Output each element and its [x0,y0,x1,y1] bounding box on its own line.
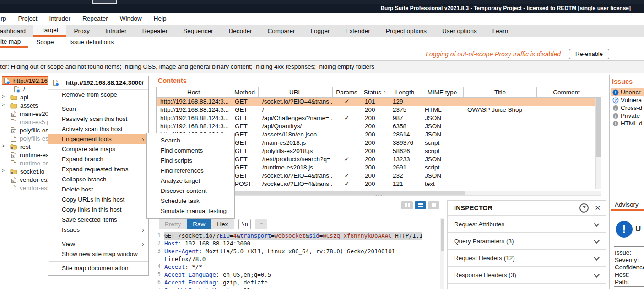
sitemap-filter-bar[interactable]: Filter: Hiding out of scope and not foun… [0,60,644,73]
context-menu-item-expand-branch[interactable]: Expand branch [48,154,148,164]
request-vertical-scrollbar-thumb[interactable] [441,219,444,251]
submenu-item-search[interactable]: Search [147,136,234,146]
expander-icon[interactable] [2,143,5,148]
editor-menu-button[interactable] [255,219,267,229]
column-header-status[interactable]: Status [361,87,389,97]
context-menu-item-view[interactable]: View [48,239,148,249]
context-menu-item-issues[interactable]: Issues [48,225,148,235]
expander-icon[interactable] [2,168,5,173]
taskbar-active-tab[interactable] [92,0,117,4]
tab-decoder[interactable]: Decoder [221,25,260,37]
context-menu-item-copy-urls-in-this-host[interactable]: Copy URLs in this host [48,195,148,205]
show-newlines-button[interactable]: \n [238,219,251,229]
single-pane-icon [432,203,436,207]
submenu-item-schedule-task[interactable]: Schedule task [147,196,234,206]
tab-logger[interactable]: Logger [303,25,338,37]
tab-learn[interactable]: Learn [485,25,516,37]
tab-target[interactable]: Target [33,25,66,37]
svg-text:i: i [615,114,617,118]
tab-proxy[interactable]: Proxy [66,25,98,37]
tab-repeater[interactable]: Repeater [135,25,176,37]
table-row[interactable]: http://192.168.88.124:3...GET/api/Quanti… [157,122,601,131]
context-menu-item-passively-scan-this-host[interactable]: Passively scan this host [48,114,148,124]
issue-item-private[interactable]: iPrivate [611,112,644,120]
context-menu-item-engagement-tools[interactable]: Engagement tools [48,134,148,144]
table-row[interactable]: http://192.168.88.124:3...GET/api/Challe… [157,114,601,122]
tab-user-options[interactable]: User options [434,25,485,37]
submenu-item-analyze-target[interactable]: Analyze target [147,176,234,186]
column-header-comment[interactable]: Comment [537,87,596,97]
tab-extender[interactable]: Extender [338,25,378,37]
subtab-scope[interactable]: Scope [28,37,61,48]
advisory-tab[interactable]: Advisory [611,200,644,208]
request-line: 4Accept: */* [157,263,440,271]
context-menu-item-expand-requested-items[interactable]: Expand requested items [48,164,148,174]
column-header-title[interactable]: Title [464,87,537,97]
submenu-item-discover-content[interactable]: Discover content [147,186,234,196]
expander-icon[interactable] [2,102,5,107]
menu-window[interactable]: Window [114,13,148,25]
context-menu-item-site-map-documentation[interactable]: Site map documentation [48,263,148,273]
submenu-item-find-references[interactable]: Find references [147,166,234,176]
context-menu-item-show-new-site-map-window[interactable]: Show new site map window [48,249,148,259]
context-menu-item-compare-site-maps[interactable]: Compare site maps [48,144,148,154]
inspector-section-response-headers-3[interactable]: Response Headers (3) [448,266,606,283]
column-header-params[interactable]: Params [333,87,361,97]
tab-comparer[interactable]: Comparer [260,25,303,37]
table-row[interactable]: http://192.168.88.124:3...GET/2002375HTM… [157,106,601,114]
issue-item-unencr[interactable]: !Unencr [611,88,644,96]
help-icon[interactable] [579,203,589,213]
tab-intruder[interactable]: Intruder [97,25,135,37]
menu-help[interactable]: Help [148,13,173,25]
layout-single-button[interactable] [428,201,439,209]
submenu-item-find-comments[interactable]: Find comments [147,146,234,156]
menu-repeater[interactable]: Repeater [76,13,114,25]
expander-icon[interactable] [2,94,5,99]
column-header-length[interactable]: Length [389,87,421,97]
inspector-section-request-headers-12[interactable]: Request Headers (12) [448,249,606,266]
layout-rows-button[interactable] [415,201,426,209]
subtab-site-map[interactable]: Site map [0,37,28,48]
menu-burp[interactable]: Burp [0,13,12,25]
contents-vertical-scrollbar[interactable] [595,98,601,189]
layout-columns-button[interactable] [401,201,413,209]
view-tab-raw[interactable]: Raw [187,219,211,229]
column-header-mime-type[interactable]: MIME type [421,87,464,97]
view-tab-pretty[interactable]: Pretty [159,219,187,229]
column-header-url[interactable]: URL [259,87,333,97]
contents-vertical-scrollbar-thumb[interactable] [596,98,601,157]
tab-dashboard[interactable]: Dashboard [0,25,33,37]
menu-intruder[interactable]: Intruder [43,13,77,25]
menu-project[interactable]: Project [12,13,43,25]
subtab-issue-definitions[interactable]: Issue definitions [62,37,122,48]
view-tab-hex[interactable]: Hex [211,219,234,229]
cell-method: GET [231,106,259,114]
re-enable-button[interactable]: Re-enable [569,49,609,59]
issue-item-cross-d[interactable]: iCross-d [611,104,644,112]
column-header-host[interactable]: Host [157,87,231,97]
context-menu-item-copy-links-in-this-host[interactable]: Copy links in this host [48,205,148,215]
context-menu-item-collapse-branch[interactable]: Collapse branch [48,174,148,185]
context-menu-item-actively-scan-this-host[interactable]: Actively scan this host [48,124,148,134]
context-menu-item-scan[interactable]: Scan [48,104,148,114]
submenu-item-simulate-manual-testing[interactable]: Simulate manual testing [147,206,234,216]
submenu-item-find-scripts[interactable]: Find scripts [147,156,234,166]
tab-project-options[interactable]: Project options [378,25,434,37]
context-menu-item-remove-from-scope[interactable]: Remove from scope [48,90,148,100]
inspector-section-query-parameters-3[interactable]: Query Parameters (3) [448,232,606,249]
close-icon[interactable] [595,204,601,212]
request-vertical-scrollbar[interactable] [440,218,444,289]
issue-item-vulnera[interactable]: ?Vulnera [611,96,644,104]
table-row[interactable]: http://192.168.88.124:3...GET/socket.io/… [157,98,601,106]
inspector-section-request-attributes[interactable]: Request Attributes [448,215,606,232]
splitter-handle-icon[interactable] [375,193,383,198]
context-menu-item-save-selected-items[interactable]: Save selected items [48,215,148,225]
contents-horizontal-scrollbar-thumb[interactable] [224,191,465,195]
context-menu-item-delete-host[interactable]: Delete host [48,185,148,195]
menu-separator [49,261,148,262]
column-header-method[interactable]: Method [231,87,259,97]
issue-item-html-d[interactable]: iHTML d [611,120,644,127]
line-number [157,255,164,263]
tab-sequencer[interactable]: Sequencer [175,25,221,37]
http-request-editor[interactable]: 1GET /socket.io/?EIO=4&transport=websock… [157,232,440,289]
